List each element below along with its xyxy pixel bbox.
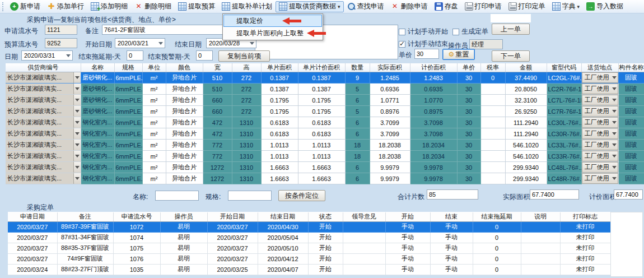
cell-delivery[interactable]: 工厂使用 bbox=[581, 106, 618, 117]
orders-column-header[interactable]: 打印标志 bbox=[560, 212, 610, 221]
orders-cell[interactable]: 2020/04/12 bbox=[258, 253, 308, 264]
budget-no-field[interactable]: 9252 bbox=[45, 38, 77, 48]
cell-price_area[interactable]: 18.2034 bbox=[410, 140, 457, 151]
orders-cell[interactable]: 开始 bbox=[308, 221, 343, 232]
cell-unit_price[interactable]: 30 bbox=[457, 173, 480, 184]
cell-window_code[interactable]: LC7L-76#-1FO bbox=[547, 95, 581, 106]
orders-row[interactable]: 2020/03/2789#37-39F窗固玻1072易明2020/03/2720… bbox=[8, 221, 610, 232]
column-header-tax[interactable]: 税率 bbox=[480, 63, 505, 72]
unit-price-field[interactable]: 30 bbox=[414, 49, 439, 59]
toolbar-button[interactable]: 存盘 bbox=[431, 1, 461, 12]
next-order-button[interactable]: 下一单 bbox=[492, 50, 530, 62]
chevron-down-icon[interactable] bbox=[73, 140, 81, 150]
cell-name[interactable]: 磨砂钢化... bbox=[81, 84, 114, 95]
cell-height[interactable]: 1310 bbox=[232, 117, 261, 128]
cell-unit[interactable]: m² bbox=[142, 117, 166, 128]
orders-column-header[interactable]: 结束 bbox=[430, 212, 473, 221]
cell-color[interactable]: 异地合片 bbox=[166, 72, 203, 84]
cell-window_code[interactable]: LC2R-76#-1F bbox=[547, 84, 581, 95]
cell-qty[interactable]: 5 bbox=[345, 106, 370, 117]
cell-tax[interactable] bbox=[480, 95, 505, 106]
orders-cell[interactable]: 未打印 bbox=[560, 253, 610, 264]
cell-spec[interactable]: 6mmPLE... bbox=[114, 173, 142, 184]
cell-width[interactable]: 510 bbox=[203, 84, 232, 95]
cell-delivery[interactable]: 工厂使用 bbox=[581, 95, 618, 106]
cell-price_area[interactable]: 3.7098 bbox=[410, 117, 457, 128]
orders-cell[interactable] bbox=[343, 253, 385, 264]
orders-column-header[interactable]: 说明 bbox=[521, 212, 560, 221]
cell-actual_area[interactable]: 0.6936 bbox=[370, 84, 410, 95]
orders-cell[interactable] bbox=[521, 264, 560, 275]
cell-tax[interactable] bbox=[480, 162, 505, 173]
cell-qty[interactable]: 6 bbox=[345, 117, 370, 128]
toolbar-button[interactable]: 删除明细 bbox=[131, 1, 175, 12]
chevron-down-icon[interactable] bbox=[73, 106, 81, 117]
orders-cell[interactable] bbox=[343, 232, 385, 243]
orders-cell[interactable]: 易明 bbox=[160, 243, 207, 253]
chevron-down-icon[interactable] bbox=[73, 173, 81, 184]
cell-window_code[interactable]: LC33R-76#... bbox=[547, 151, 581, 162]
cell-name[interactable]: 磨砂钢化... bbox=[81, 95, 114, 106]
orders-cell[interactable]: 易明 bbox=[160, 264, 207, 275]
toolbar-button[interactable]: 打印申请 bbox=[461, 1, 505, 12]
orders-cell[interactable]: 手动 bbox=[385, 243, 430, 253]
cell-window_code[interactable]: LC2GL-76#... bbox=[547, 72, 581, 84]
cell-actual_area[interactable]: 18.2038 bbox=[370, 140, 410, 151]
cell-piece_price_area[interactable]: 0.1795 bbox=[298, 95, 345, 106]
chevron-down-icon[interactable] bbox=[73, 95, 81, 105]
cell-window_code[interactable]: LC33L-76#... bbox=[547, 140, 581, 151]
cell-price_area[interactable]: 9.9978 bbox=[410, 173, 457, 184]
cell-price_area[interactable]: 9.9978 bbox=[410, 162, 457, 173]
reset-button[interactable]: ⚙ 重置 bbox=[442, 49, 475, 60]
cell-piece_price_area[interactable]: 0.6183 bbox=[298, 117, 345, 128]
cell-unit_price[interactable]: 30 bbox=[457, 128, 480, 140]
orders-cell[interactable]: 手动 bbox=[385, 221, 430, 232]
orders-cell[interactable]: 易明 bbox=[160, 253, 207, 264]
orders-cell[interactable]: 未打印 bbox=[560, 232, 610, 243]
cell-color[interactable]: 异地合片 bbox=[166, 84, 203, 95]
cell-supplier[interactable]: 长沙市潇湘玻璃实... bbox=[6, 84, 81, 95]
cell-actual_area[interactable]: 1.0771 bbox=[370, 95, 410, 106]
cell-supplier[interactable]: 长沙市潇湘玻璃实... bbox=[6, 95, 81, 106]
toolbar-grip[interactable] bbox=[2, 2, 4, 11]
cell-tax[interactable]: 0 bbox=[480, 72, 505, 84]
cell-color[interactable]: 异地合片 bbox=[166, 128, 203, 140]
cell-spec[interactable]: 6mmPLE... bbox=[114, 162, 142, 173]
cell-price_area[interactable]: 1.2483 bbox=[410, 72, 457, 84]
cell-spec[interactable]: 6mmPLE... bbox=[114, 140, 142, 151]
cell-component[interactable]: 固玻 bbox=[618, 72, 644, 84]
toolbar-button[interactable]: 提取补单计划 bbox=[218, 1, 276, 12]
orders-row[interactable]: 2020/03/2488#23-27F门顶玻1035易明2020/03/2520… bbox=[8, 264, 610, 275]
orders-cell[interactable]: 0 bbox=[473, 243, 521, 253]
column-header-unit[interactable]: 单位 bbox=[142, 63, 166, 72]
cell-amount[interactable]: 26.9250 bbox=[505, 106, 547, 117]
cell-window_code[interactable]: LC30L-76#... bbox=[547, 117, 581, 128]
orders-cell[interactable]: 88#23-27F门顶玻 bbox=[57, 264, 113, 275]
orders-cell[interactable] bbox=[521, 243, 560, 253]
cell-actual_area[interactable]: 3.7099 bbox=[370, 128, 410, 140]
orders-column-header[interactable]: 结束拖延期 bbox=[473, 212, 521, 221]
orders-cell[interactable]: 2020/04/07 bbox=[258, 264, 308, 275]
toolbar-button[interactable]: 导入数据 bbox=[583, 1, 627, 12]
orders-cell[interactable]: 易明 bbox=[160, 221, 207, 232]
cell-unit_price[interactable]: 30 bbox=[457, 72, 480, 84]
cell-color[interactable]: 异地合片 bbox=[166, 140, 203, 151]
orders-cell[interactable] bbox=[521, 232, 560, 243]
cell-actual_area[interactable]: 18.2038 bbox=[370, 151, 410, 162]
orders-cell[interactable]: 开始 bbox=[308, 232, 343, 243]
orders-cell[interactable]: 开始 bbox=[308, 264, 343, 275]
cell-width[interactable]: 660 bbox=[203, 95, 232, 106]
table-row[interactable]: 长沙市潇湘玻璃实...磨砂钢化...6mmPLE...m²异地合片6602720… bbox=[6, 106, 644, 117]
cell-supplier[interactable]: 长沙市潇湘玻璃实... bbox=[6, 72, 81, 84]
orders-cell[interactable]: 87#31-34F窗固玻 bbox=[57, 232, 113, 243]
toolbar-button[interactable]: 提取供货商数据▾ bbox=[276, 1, 344, 12]
orders-cell[interactable]: 2020/03/25 bbox=[207, 264, 258, 275]
cell-amount[interactable]: 546.1020 bbox=[505, 140, 547, 151]
cell-height[interactable]: 1310 bbox=[232, 140, 261, 151]
date-select[interactable]: 2020/03/31 bbox=[21, 50, 73, 61]
cell-height[interactable]: 272 bbox=[232, 84, 261, 95]
cell-unit[interactable]: m² bbox=[142, 140, 166, 151]
orders-cell[interactable]: 2020/05/10 bbox=[258, 243, 308, 253]
cell-supplier[interactable]: 长沙市潇湘玻璃实... bbox=[6, 128, 81, 140]
orders-column-header[interactable]: 申请流水号 bbox=[113, 212, 160, 221]
